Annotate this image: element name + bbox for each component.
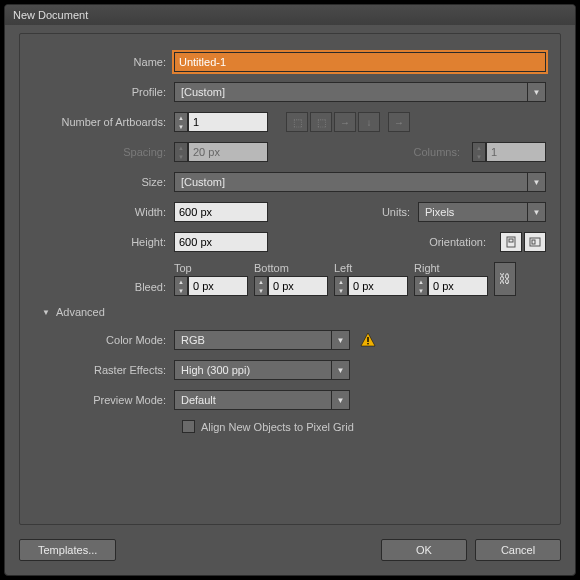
grid-col-icon[interactable]: ⬚ <box>310 112 332 132</box>
profile-label: Profile: <box>34 86 174 98</box>
spacing-label: Spacing: <box>34 146 174 158</box>
preview-value: Default <box>174 390 332 410</box>
raster-dropdown[interactable]: High (300 ppi) ▼ <box>174 360 350 380</box>
chevron-down-icon: ▼ <box>332 360 350 380</box>
name-label: Name: <box>34 56 174 68</box>
name-input[interactable] <box>174 52 546 72</box>
landscape-button[interactable] <box>524 232 546 252</box>
bleed-right-label: Right <box>414 262 488 274</box>
width-label: Width: <box>34 206 174 218</box>
window-title: New Document <box>13 9 88 21</box>
down-icon: ▼ <box>473 152 485 161</box>
spacing-stepper: ▲▼ <box>174 142 268 162</box>
templates-button[interactable]: Templates... <box>19 539 116 561</box>
bleed-left-stepper[interactable]: ▲▼ <box>334 276 408 296</box>
svg-rect-5 <box>367 343 368 344</box>
svg-rect-1 <box>509 239 513 242</box>
bleed-right-input[interactable] <box>428 276 488 296</box>
profile-dropdown[interactable]: [Custom] ▼ <box>174 82 546 102</box>
svg-rect-3 <box>532 240 535 244</box>
preview-label: Preview Mode: <box>34 394 174 406</box>
svg-rect-4 <box>367 337 368 342</box>
warning-icon <box>360 332 376 348</box>
grid-row-icon[interactable]: ⬚ <box>286 112 308 132</box>
width-input[interactable] <box>174 202 268 222</box>
columns-label: Columns: <box>414 146 468 158</box>
cancel-button[interactable]: Cancel <box>475 539 561 561</box>
artboards-stepper[interactable]: ▲▼ <box>174 112 268 132</box>
chevron-down-icon: ▼ <box>528 202 546 222</box>
portrait-button[interactable] <box>500 232 522 252</box>
arrow-right-icon[interactable]: → <box>388 112 410 132</box>
bleed-bottom-label: Bottom <box>254 262 328 274</box>
size-value: [Custom] <box>174 172 528 192</box>
height-label: Height: <box>34 236 174 248</box>
advanced-section[interactable]: ▼ Advanced <box>42 306 546 318</box>
colormode-label: Color Mode: <box>34 334 174 346</box>
units-dropdown[interactable]: Pixels ▼ <box>418 202 546 222</box>
bleed-left-label: Left <box>334 262 408 274</box>
preview-dropdown[interactable]: Default ▼ <box>174 390 350 410</box>
up-icon: ▲ <box>175 143 187 152</box>
raster-label: Raster Effects: <box>34 364 174 376</box>
height-input[interactable] <box>174 232 268 252</box>
checkbox-box <box>182 420 195 433</box>
units-label: Units: <box>382 206 418 218</box>
arrange-icons: ⬚ ⬚ → ↓ → <box>286 112 410 132</box>
artboards-input[interactable] <box>188 112 268 132</box>
disclosure-triangle-icon: ▼ <box>42 308 50 317</box>
columns-input <box>486 142 546 162</box>
spacing-input <box>188 142 268 162</box>
align-label: Align New Objects to Pixel Grid <box>201 421 354 433</box>
bleed-top-stepper[interactable]: ▲▼ <box>174 276 248 296</box>
down-icon: ▼ <box>175 122 187 131</box>
align-checkbox[interactable]: Align New Objects to Pixel Grid <box>182 420 546 433</box>
advanced-label: Advanced <box>56 306 105 318</box>
raster-value: High (300 ppi) <box>174 360 332 380</box>
down-icon: ▼ <box>175 152 187 161</box>
titlebar[interactable]: New Document <box>5 5 575 25</box>
up-icon: ▲ <box>473 143 485 152</box>
up-icon: ▲ <box>175 113 187 122</box>
units-value: Pixels <box>418 202 528 222</box>
bleed-bottom-input[interactable] <box>268 276 328 296</box>
profile-value: [Custom] <box>174 82 528 102</box>
size-dropdown[interactable]: [Custom] ▼ <box>174 172 546 192</box>
ok-button[interactable]: OK <box>381 539 467 561</box>
bleed-top-input[interactable] <box>188 276 248 296</box>
colormode-dropdown[interactable]: RGB ▼ <box>174 330 350 350</box>
bleed-left-input[interactable] <box>348 276 408 296</box>
chevron-down-icon: ▼ <box>528 172 546 192</box>
chevron-down-icon: ▼ <box>332 390 350 410</box>
link-icon[interactable]: ⛓ <box>494 262 516 296</box>
orientation-label: Orientation: <box>429 236 494 248</box>
chevron-down-icon: ▼ <box>332 330 350 350</box>
bleed-label: Bleed: <box>34 281 174 293</box>
row-down-icon[interactable]: ↓ <box>358 112 380 132</box>
chevron-down-icon: ▼ <box>528 82 546 102</box>
colormode-value: RGB <box>174 330 332 350</box>
bleed-right-stepper[interactable]: ▲▼ <box>414 276 488 296</box>
dialog-body: Name: Profile: [Custom] ▼ Number of Artb… <box>19 33 561 525</box>
columns-stepper: ▲▼ <box>472 142 546 162</box>
row-right-icon[interactable]: → <box>334 112 356 132</box>
bleed-bottom-stepper[interactable]: ▲▼ <box>254 276 328 296</box>
bleed-top-label: Top <box>174 262 248 274</box>
artboards-label: Number of Artboards: <box>34 116 174 128</box>
size-label: Size: <box>34 176 174 188</box>
new-document-dialog: New Document Name: Profile: [Custom] ▼ N… <box>4 4 576 576</box>
